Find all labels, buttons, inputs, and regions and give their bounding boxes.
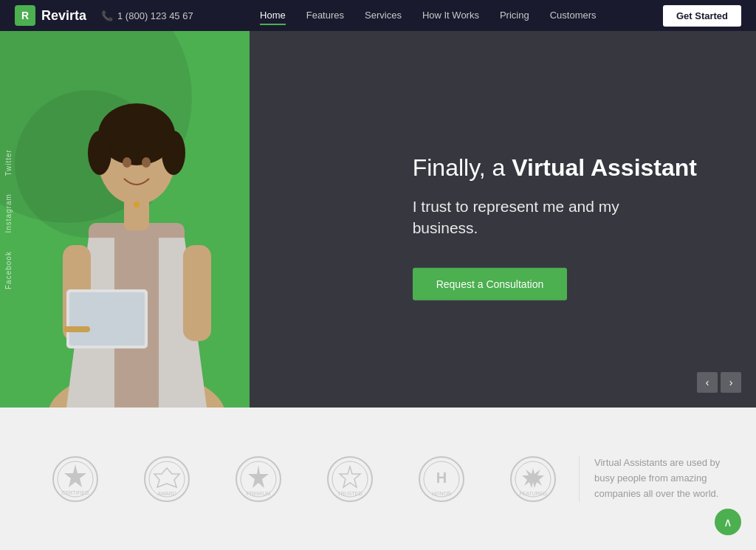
get-started-button[interactable]: Get Started bbox=[663, 5, 741, 27]
svg-marker-20 bbox=[64, 464, 86, 487]
svg-point-10 bbox=[123, 157, 131, 168]
consultation-button[interactable]: Request a Consultation bbox=[413, 268, 568, 300]
hero-title: Finally, a Virtual Assistant bbox=[413, 153, 697, 184]
hero-section: Twitter Instagram Facebook bbox=[0, 31, 756, 408]
social-facebook[interactable]: Facebook bbox=[0, 242, 17, 298]
nav-pricing[interactable]: Pricing bbox=[500, 10, 529, 22]
logo-text: Revirta bbox=[41, 8, 86, 24]
navbar: R Revirta 📞 1 (800) 123 45 67 Home Featu… bbox=[0, 0, 756, 31]
svg-rect-15 bbox=[69, 292, 145, 346]
logo-badge-5: H HONOR bbox=[396, 453, 487, 505]
svg-text:TRUSTED: TRUSTED bbox=[337, 491, 362, 496]
social-instagram[interactable]: Instagram bbox=[0, 185, 17, 242]
slider-next-button[interactable]: › bbox=[721, 372, 741, 393]
social-sidebar: Twitter Instagram Facebook bbox=[0, 140, 17, 298]
svg-point-16 bbox=[134, 202, 140, 207]
logo-badge-6: FEATURED bbox=[487, 453, 579, 505]
svg-point-9 bbox=[162, 131, 185, 175]
nav-links: Home Features Services How It Works Pric… bbox=[260, 10, 597, 22]
svg-marker-28 bbox=[248, 465, 269, 488]
svg-text:HONOR: HONOR bbox=[432, 491, 451, 496]
logo-badge-4: TRUSTED bbox=[304, 453, 396, 505]
logo-badge-3: PREMIUM bbox=[213, 453, 304, 505]
nav-customers[interactable]: Customers bbox=[550, 10, 597, 22]
nav-features[interactable]: Features bbox=[306, 10, 344, 22]
svg-text:CERTIFIED: CERTIFIED bbox=[62, 490, 89, 495]
svg-rect-13 bbox=[183, 245, 211, 341]
nav-home[interactable]: Home bbox=[260, 10, 286, 22]
svg-point-11 bbox=[142, 157, 151, 168]
slider-arrows: ‹ › bbox=[697, 372, 741, 393]
logos-grid: CERTIFIED AWARD PREMIUM bbox=[30, 453, 579, 505]
logo-badge-2: AWARD bbox=[121, 453, 213, 505]
hero-title-bold: Virtual Assistant bbox=[512, 154, 697, 181]
logo-icon: R bbox=[15, 5, 35, 26]
logo-badge-1: CERTIFIED bbox=[30, 453, 121, 505]
phone-icon: 📞 bbox=[101, 10, 113, 21]
svg-text:H: H bbox=[436, 470, 447, 486]
hero-content: Finally, a Virtual Assistant I trust to … bbox=[413, 153, 697, 300]
navbar-left: R Revirta 📞 1 (800) 123 45 67 bbox=[15, 5, 193, 26]
svg-text:FEATURED: FEATURED bbox=[519, 491, 546, 496]
hero-subtitle: I trust to represent me and mybusiness. bbox=[413, 195, 697, 238]
scroll-top-button[interactable]: ∧ bbox=[715, 509, 741, 535]
hero-title-normal: Finally, a bbox=[413, 154, 512, 181]
svg-marker-24 bbox=[154, 468, 179, 487]
logo[interactable]: R Revirta bbox=[15, 5, 86, 26]
slider-prev-button[interactable]: ‹ bbox=[697, 372, 718, 393]
svg-rect-17 bbox=[63, 326, 90, 332]
nav-services[interactable]: Services bbox=[365, 10, 402, 22]
social-twitter[interactable]: Twitter bbox=[0, 140, 17, 185]
logos-section: CERTIFIED AWARD PREMIUM bbox=[0, 408, 756, 550]
phone-number: 📞 1 (800) 123 45 67 bbox=[101, 10, 193, 21]
nav-how-it-works[interactable]: How It Works bbox=[422, 10, 479, 22]
logos-description: Virtual Assistants are used by busy peop… bbox=[579, 456, 726, 501]
svg-text:AWARD: AWARD bbox=[157, 491, 176, 496]
svg-point-8 bbox=[88, 131, 111, 175]
svg-text:PREMIUM: PREMIUM bbox=[246, 491, 270, 496]
hero-person-image bbox=[22, 31, 251, 408]
